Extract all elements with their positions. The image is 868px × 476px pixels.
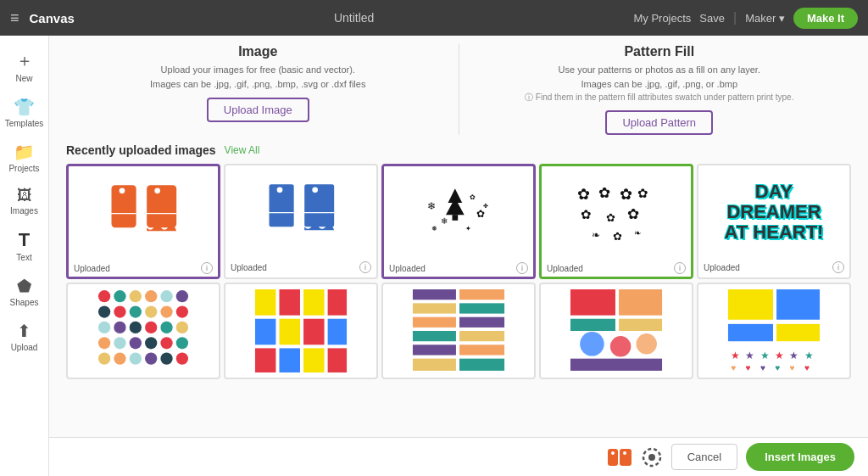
image-card-1[interactable]: Uploaded i xyxy=(66,164,220,279)
info-icon-4[interactable]: i xyxy=(674,262,686,274)
sidebar-label-images: Images xyxy=(10,206,38,216)
info-icon-2[interactable]: i xyxy=(359,261,371,273)
image-card-7[interactable] xyxy=(224,283,378,379)
maker-dropdown[interactable]: Maker ▾ xyxy=(745,12,785,25)
info-icon-5[interactable]: i xyxy=(832,261,844,273)
make-it-button[interactable]: Make It xyxy=(793,8,858,29)
svg-text:★: ★ xyxy=(804,350,814,361)
main-content: Image Upload your images for free (basic… xyxy=(49,36,868,476)
image-card-6[interactable] xyxy=(66,283,220,379)
image-card-5[interactable]: DAYDREAMERAT HEART! Uploaded i xyxy=(697,164,851,279)
svg-rect-78 xyxy=(413,317,456,328)
image-label-4: Uploaded i xyxy=(542,260,691,277)
svg-point-38 xyxy=(98,305,110,317)
svg-rect-112 xyxy=(620,449,632,466)
svg-rect-66 xyxy=(255,319,275,345)
svg-rect-94 xyxy=(728,289,773,320)
sidebar-item-templates[interactable]: 👕 Templates xyxy=(3,92,47,133)
svg-point-4 xyxy=(154,188,160,193)
save-button[interactable]: Save xyxy=(699,12,725,25)
rectangles-pattern-svg xyxy=(229,288,373,374)
image-card-9[interactable] xyxy=(539,283,693,379)
upload-pattern-button[interactable]: Upload Pattern xyxy=(605,110,713,135)
svg-rect-69 xyxy=(328,319,347,345)
svg-point-10 xyxy=(312,187,318,193)
my-projects-button[interactable]: My Projects xyxy=(633,12,691,25)
svg-marker-13 xyxy=(446,198,465,215)
sidebar-label-text: Text xyxy=(16,253,31,262)
topbar: ≡ Canvas Untitled My Projects Save | Mak… xyxy=(0,0,868,36)
image-card-10[interactable]: ★ ★ ★ ★ ★ ★ ♥ ♥ ♥ ♥ ♥ ♥ xyxy=(697,283,851,379)
pattern-desc-1: Use your patterns or photos as a fill on… xyxy=(559,63,760,77)
svg-rect-3 xyxy=(147,185,176,227)
svg-point-42 xyxy=(160,305,172,317)
image-preview-5: DAYDREAMERAT HEART! xyxy=(698,165,849,259)
sidebar-label-new: New xyxy=(15,74,32,83)
info-icon-3[interactable]: i xyxy=(516,262,528,274)
plus-icon: ＋ xyxy=(16,49,33,72)
sidebar-item-new[interactable]: ＋ New xyxy=(3,44,47,88)
sidebar-item-images[interactable]: 🖼 Images xyxy=(3,182,47,221)
image-preview-6 xyxy=(68,284,219,378)
tag-icon[interactable] xyxy=(607,446,632,468)
cancel-button[interactable]: Cancel xyxy=(671,444,737,470)
svg-point-114 xyxy=(648,454,655,461)
sidebar-item-upload[interactable]: ⬆ Upload xyxy=(3,316,47,357)
image-card-8[interactable] xyxy=(381,283,536,379)
svg-rect-77 xyxy=(459,303,504,313)
pattern-desc-2: Images can be .jpg, .gif, .png, or .bmp xyxy=(581,77,737,92)
image-card-4[interactable]: ✿ ✿ ✿ ✿ ✿ ✿ ✿ ❧ ✿ ❧ Uploaded i xyxy=(539,164,693,279)
blue-tags-svg xyxy=(259,176,343,249)
svg-point-41 xyxy=(145,305,157,317)
svg-point-40 xyxy=(130,305,142,317)
svg-text:✿: ✿ xyxy=(470,192,476,200)
app-logo: Canvas xyxy=(30,11,75,25)
image-preview-4: ✿ ✿ ✿ ✿ ✿ ✿ ✿ ❧ ✿ ❧ xyxy=(542,166,691,260)
svg-rect-62 xyxy=(255,289,275,316)
hamburger-icon[interactable]: ≡ xyxy=(10,9,19,27)
image-preview-2 xyxy=(225,165,376,259)
svg-text:★: ★ xyxy=(745,350,754,361)
svg-rect-83 xyxy=(459,344,504,355)
view-all-link[interactable]: View All xyxy=(225,144,260,156)
svg-point-113 xyxy=(623,451,626,455)
recently-uploaded-header: Recently uploaded images View All xyxy=(49,135,868,164)
svg-rect-88 xyxy=(570,319,615,331)
svg-point-52 xyxy=(130,337,142,349)
image-label-2: Uploaded i xyxy=(225,259,376,276)
svg-text:❅: ❅ xyxy=(431,224,437,232)
svg-text:✿: ✿ xyxy=(581,207,592,221)
svg-point-48 xyxy=(160,322,172,333)
divider: | xyxy=(733,10,737,25)
bottom-action-bar: Cancel Insert Images xyxy=(49,437,868,476)
svg-point-36 xyxy=(160,290,172,302)
svg-rect-86 xyxy=(570,289,615,316)
image-card-2[interactable]: Uploaded i xyxy=(224,164,378,279)
svg-point-60 xyxy=(160,353,172,365)
upload-image-button[interactable]: Upload Image xyxy=(207,98,309,122)
insert-images-button[interactable]: Insert Images xyxy=(746,443,854,471)
svg-rect-95 xyxy=(776,289,820,320)
sidebar-item-shapes[interactable]: ⬟ Shapes xyxy=(3,271,47,312)
svg-rect-81 xyxy=(459,331,504,341)
image-desc-2: Images can be .jpg, .gif, .png, .bmp, .s… xyxy=(150,77,365,92)
svg-text:♥: ♥ xyxy=(731,363,736,372)
image-card-3[interactable]: ❄ ❄ ✿ ✿ ❅ ✦ ✤ Uploaded i xyxy=(381,164,536,279)
svg-rect-76 xyxy=(413,303,456,313)
svg-text:❄: ❄ xyxy=(441,216,448,226)
images-icon: 🖼 xyxy=(17,187,32,204)
info-icon-1[interactable]: i xyxy=(201,262,213,274)
svg-text:★: ★ xyxy=(789,350,798,361)
svg-text:❧: ❧ xyxy=(634,228,641,238)
svg-rect-82 xyxy=(413,344,456,355)
svg-point-51 xyxy=(114,337,125,349)
settings-icon[interactable] xyxy=(641,446,663,468)
sidebar-item-projects[interactable]: 📁 Projects xyxy=(3,137,47,178)
svg-text:✿: ✿ xyxy=(606,211,615,224)
svg-point-50 xyxy=(98,337,110,349)
sidebar-item-text[interactable]: T Text xyxy=(3,224,47,267)
svg-rect-70 xyxy=(255,348,275,372)
svg-text:✤: ✤ xyxy=(483,202,488,208)
svg-point-91 xyxy=(610,336,631,356)
pattern-note: ⓘ Find them in the pattern fill attribut… xyxy=(525,91,793,104)
